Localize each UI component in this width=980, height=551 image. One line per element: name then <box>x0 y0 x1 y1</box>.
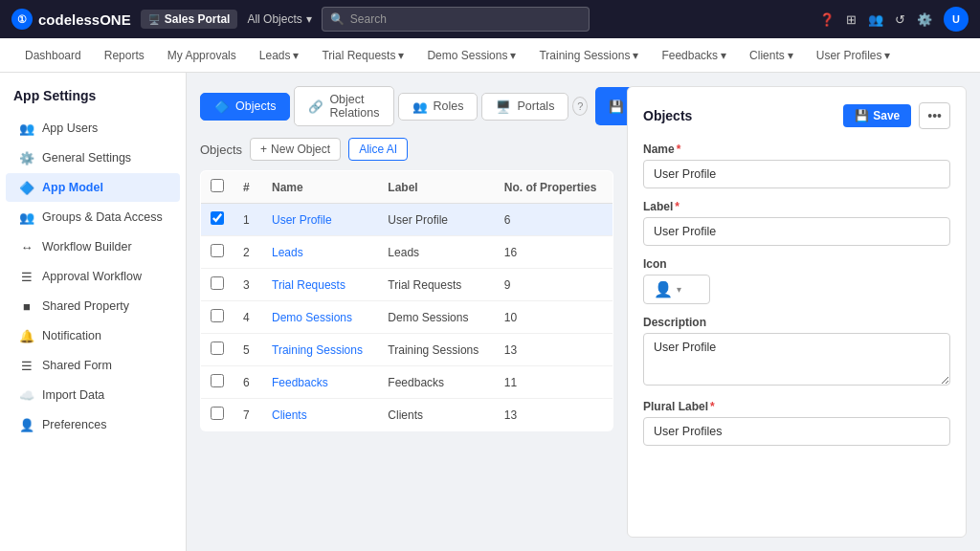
table-row[interactable]: 4 Demo Sessions Demo Sessions 10 <box>201 301 613 334</box>
sidebar-item-shared-property[interactable]: ■ Shared Property <box>6 292 180 320</box>
app-name-label: Sales Portal <box>165 12 231 26</box>
left-panel: 🔷 Objects 🔗 Object Relations 👥 Roles 🖥️ … <box>200 86 613 538</box>
nav-item-clients[interactable]: Clients ▾ <box>740 43 803 68</box>
row-name[interactable]: Trial Requests <box>262 269 378 301</box>
objects-table: # Name Label No. of Properties 1 User Pr… <box>200 170 613 431</box>
save-button[interactable]: 💾 Save <box>843 104 911 127</box>
tab-portals[interactable]: 🖥️ Portals <box>481 93 568 121</box>
all-objects-dropdown[interactable]: All Objects ▾ <box>247 12 311 26</box>
apps-icon[interactable]: ⊞ <box>846 12 857 27</box>
search-icon: 🔍 <box>330 12 345 26</box>
search-placeholder: Search <box>350 12 387 26</box>
help-circle-icon[interactable]: ? <box>572 97 588 116</box>
col-header-name: Name <box>262 171 378 204</box>
new-object-button[interactable]: + New Object <box>250 138 341 161</box>
sidebar: App Settings 👥 App Users ⚙️ General Sett… <box>0 73 187 551</box>
row-checkbox[interactable] <box>211 309 224 322</box>
name-field-label: Name * <box>643 143 950 156</box>
nav-item-reports[interactable]: Reports <box>95 43 154 68</box>
row-name[interactable]: Feedbacks <box>262 366 378 399</box>
row-checkbox[interactable] <box>211 374 224 387</box>
row-number: 3 <box>234 269 262 301</box>
description-textarea[interactable]: User Profile <box>643 333 950 386</box>
object-actions-bar: Objects + New Object Alice AI <box>200 138 613 161</box>
sidebar-item-general-settings[interactable]: ⚙️ General Settings <box>6 143 180 172</box>
help-icon[interactable]: ❓ <box>819 12 835 27</box>
table-row[interactable]: 5 Training Sessions Training Sessions 13 <box>201 334 613 366</box>
label-field-label: Label * <box>643 200 950 213</box>
row-checkbox[interactable] <box>211 244 224 257</box>
tab-roles[interactable]: 👥 Roles <box>398 93 479 121</box>
objects-section-label: Objects <box>200 143 242 157</box>
row-name[interactable]: Leads <box>262 236 378 269</box>
table-row[interactable]: 7 Clients Clients 13 <box>201 399 613 431</box>
all-objects-arrow-icon: ▾ <box>306 12 312 26</box>
app-name-badge[interactable]: 🖥️ Sales Portal <box>141 10 238 29</box>
row-properties: 10 <box>495 301 613 334</box>
row-label: Training Sessions <box>378 334 494 366</box>
logo[interactable]: ① codelessONE <box>11 9 131 30</box>
history-icon[interactable]: ↺ <box>895 12 905 27</box>
alice-ai-button[interactable]: Alice AI <box>348 138 408 161</box>
global-search[interactable]: 🔍 Search <box>322 7 590 32</box>
row-checkbox[interactable] <box>211 342 224 355</box>
nav-item-approvals[interactable]: My Approvals <box>158 43 246 68</box>
sidebar-item-app-model[interactable]: 🔷 App Model <box>6 173 180 202</box>
users-icon[interactable]: 👥 <box>868 12 883 27</box>
row-name[interactable]: Clients <box>262 399 378 431</box>
nav-item-leads[interactable]: Leads ▾ <box>250 43 309 68</box>
table-row[interactable]: 6 Feedbacks Feedbacks 11 <box>201 366 613 399</box>
row-number: 2 <box>234 236 262 269</box>
nav-item-dashboard[interactable]: Dashboard <box>15 43 91 68</box>
description-field-label: Description <box>643 316 950 329</box>
sidebar-item-notification[interactable]: 🔔 Notification <box>6 321 180 350</box>
tab-object-relations[interactable]: 🔗 Object Relations <box>294 86 393 126</box>
row-name[interactable]: Demo Sessions <box>262 301 378 334</box>
nav-item-training[interactable]: Training Sessions ▾ <box>529 43 648 68</box>
table-row[interactable]: 3 Trial Requests Trial Requests 9 <box>201 269 613 301</box>
nav-item-feedbacks[interactable]: Feedbacks ▾ <box>652 43 736 68</box>
save-disk-icon: 💾 <box>855 109 869 122</box>
row-checkbox[interactable] <box>211 407 224 420</box>
row-name[interactable]: Training Sessions <box>262 334 378 366</box>
sidebar-item-import-data[interactable]: ☁️ Import Data <box>6 381 180 409</box>
nav-item-demo[interactable]: Demo Sessions ▾ <box>417 43 525 68</box>
row-checkbox[interactable] <box>211 211 224 225</box>
row-checkbox[interactable] <box>211 276 224 290</box>
sidebar-item-workflow-builder[interactable]: ↔️ Workflow Builder <box>6 232 180 261</box>
nav-item-trial[interactable]: Trial Requests ▾ <box>312 43 413 68</box>
nav-item-user-profiles[interactable]: User Profiles ▾ <box>807 43 901 68</box>
name-input[interactable] <box>643 160 950 188</box>
sidebar-item-preferences[interactable]: 👤 Preferences <box>6 410 180 439</box>
right-panel-actions: 💾 Save ••• <box>843 102 950 129</box>
save-icon: 💾 <box>609 99 624 114</box>
more-options-button[interactable]: ••• <box>919 102 950 129</box>
label-input[interactable] <box>643 217 950 246</box>
right-panel-header: Objects 💾 Save ••• <box>643 102 950 129</box>
plural-required-indicator: * <box>710 400 715 413</box>
tab-objects[interactable]: 🔷 Objects <box>200 93 290 121</box>
user-avatar[interactable]: U <box>944 7 969 32</box>
plural-label-input[interactable] <box>643 417 950 446</box>
table-row[interactable]: 1 User Profile User Profile 6 <box>201 204 613 236</box>
row-number: 5 <box>234 334 262 366</box>
sidebar-item-shared-form[interactable]: ☰ Shared Form <box>6 351 180 380</box>
sidebar-item-groups[interactable]: 👥 Groups & Data Access <box>6 203 180 231</box>
sidebar-item-app-users[interactable]: 👥 App Users <box>6 114 180 143</box>
sidebar-item-approval-workflow[interactable]: ☰ Approval Workflow <box>6 262 180 291</box>
table-row[interactable]: 2 Leads Leads 16 <box>201 236 613 269</box>
right-panel-title: Objects <box>643 108 692 123</box>
name-required-indicator: * <box>677 143 681 156</box>
row-properties: 9 <box>495 269 613 301</box>
shared-form-icon: ☰ <box>19 358 34 373</box>
row-number: 6 <box>234 366 262 399</box>
settings-icon[interactable]: ⚙️ <box>917 12 932 27</box>
row-properties: 6 <box>495 204 613 236</box>
icon-select-chevron: ▾ <box>677 284 681 295</box>
workflow-builder-icon: ↔️ <box>19 239 34 254</box>
select-all-checkbox[interactable] <box>211 179 224 192</box>
icon-selector[interactable]: 👤 ▾ <box>643 275 710 304</box>
nav-icons-group: ❓ ⊞ 👥 ↺ ⚙️ U <box>819 7 969 32</box>
row-name[interactable]: User Profile <box>262 204 378 236</box>
row-label: Trial Requests <box>378 269 494 301</box>
